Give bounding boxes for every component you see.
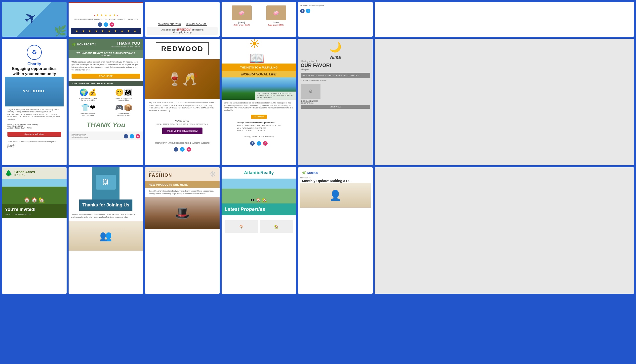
facebook-icon[interactable]: f <box>98 22 102 27</box>
shop-links: Shop [NEW ARRIVALS] Shop [CLEARANCE] <box>158 23 207 26</box>
fashion-decoration: ❋ <box>210 170 216 178</box>
grey-bar: You shop with us for a lot of reasons - … <box>301 73 370 78</box>
fashion-body: Start with a brief introduction about yo… <box>145 188 220 197</box>
insp-includes: Today's inspirational message includes: … <box>235 120 283 134</box>
fashion-logo-main: FASHION <box>149 173 172 178</box>
insp-ig-icon[interactable]: ✿ <box>263 141 268 146</box>
fashion-header: ✦ avant trunk FASHION ❋ <box>145 167 220 181</box>
property-1: 🏠 <box>225 220 258 233</box>
redwood-social: f t ✿ <box>172 145 193 154</box>
instagram-icon[interactable]: ✿ <box>110 22 114 27</box>
realty-subtitle: REALTY <box>15 174 35 176</box>
card-nonprofit: 🌿 NONPROFIT® THANK YOU Thank You Members… <box>69 39 143 165</box>
partial-moon-section: 🌙 Alma <box>301 41 370 60</box>
np-ig-icon[interactable]: ✿ <box>136 134 140 138</box>
hat-image: 🎩 <box>145 197 220 229</box>
insp-fb-icon[interactable]: f <box>250 141 255 146</box>
read-more-button[interactable]: READ MORE <box>72 74 140 79</box>
donation-icon-smiles: 😊👨‍👩‍👧 Loads of smiles fromhappy childre… <box>107 88 140 101</box>
insp-body: Long days and busy schedules can make li… <box>222 100 296 114</box>
sun-book-icon: ☀📖 <box>249 41 269 61</box>
new-products-bar: NEW PRODUCTS ARE HERE <box>145 181 220 188</box>
card-nonprofit-monthly: 🌿 NONPRO March 2015 Monthly Update: Maki… <box>298 167 373 294</box>
nonprofit-footer: Organization Address, City, State, Zip C… <box>69 132 143 140</box>
card-soap-products: 🧼 [ITEM] Sale price: [$15] 🧼 [ITEM] Sale… <box>222 2 296 37</box>
rw-ig-icon[interactable]: ✿ <box>186 147 191 152</box>
product-item-2: 🧼 [ITEM] Sale price: [$15] <box>260 6 293 26</box>
nonprofit-header: 🌿 NONPROFIT® THANK YOU Thank You Members… <box>69 39 143 50</box>
people-image: 👥 <box>69 221 143 250</box>
serving-text: We'll be serving <box>174 118 190 123</box>
np-tw-icon[interactable]: t <box>130 134 134 138</box>
card-newsletter-partial: 🌙 Alma Sharing a few of OUR FAVORI with … <box>298 39 373 165</box>
card-thanks-joining: 🖼 Thanks for Joining Us Start with a bri… <box>69 167 143 294</box>
np-fb-icon[interactable]: f <box>124 134 128 138</box>
moon-icon: 🌙 <box>301 41 370 53</box>
nonprofit-body: What a great event we had last week, and… <box>69 58 143 74</box>
donation-icon-uniforms: 👕❤ New team uniformsand equipment <box>72 104 105 116</box>
twitter-icon[interactable]: t <box>104 22 108 27</box>
insp-tw-icon[interactable]: t <box>257 141 261 146</box>
latest-properties-text: Latest Properties <box>225 206 293 212</box>
monthly-date: March 2015 <box>300 177 371 179</box>
social-partial: f t <box>300 9 371 13</box>
insp-subtitle-bar: INSPIRATIONAL LIFE <box>222 71 296 78</box>
reservation-button[interactable]: Make your reservation now! <box>162 128 203 134</box>
signup-volunteer-button[interactable]: Sign up to volunteer <box>8 132 61 137</box>
card-fashion: ✦ avant trunk FASHION ❋ NEW PRODUCTS ARE… <box>145 167 220 294</box>
rw-fb-icon[interactable]: f <box>174 147 178 152</box>
our-fav-text: OUR FAVORI <box>301 62 370 68</box>
fb-icon-partial[interactable]: f <box>300 9 305 13</box>
nonprofit-social: f t ✿ <box>124 134 140 138</box>
nonprofit2-logo: NONPRO <box>307 172 318 174</box>
shop-now-button[interactable]: SHOP NOW <box>301 105 370 109</box>
image-placeholder-icon: 🖼 <box>96 175 116 190</box>
shop-clearance[interactable]: Shop [CLEARANCE] <box>186 23 207 26</box>
soap-img-1: 🧼 <box>232 6 252 20</box>
partial-text: Or will us to make a special... <box>300 4 371 7</box>
card-overflow-r3 <box>375 167 634 294</box>
thank-you-signature: THANK You <box>69 118 143 132</box>
green-acres-image: 🏠 🏠 🏡 <box>2 179 67 204</box>
house-icon-3: 🏡 <box>39 197 45 203</box>
card-restaurant-partial: Or will us to make a special... f t <box>298 2 373 37</box>
charity-footer: Thank you for all you do to make our com… <box>5 139 64 150</box>
product-item-1: 🧼 [ITEM] Sale price: [$15] <box>225 6 258 26</box>
redwood-event-desc: It's [DATE NIGHT/GIRLS' NIGHT OUT/CUSTOM… <box>145 99 220 114</box>
sharing-text: Sharing a few of <box>301 60 370 62</box>
menu-items: [MENU ITEM 1], [MENU ITEM 2], [MENU ITEM… <box>156 123 208 125</box>
atlantic-content: Latest Properties <box>222 204 296 215</box>
product-2-price: Sale price: [$15] <box>268 24 284 26</box>
soap-img-2: 🧼 <box>266 6 286 20</box>
thanks-title: Thanks for Joining Us <box>82 202 129 208</box>
house-icon-1: 🏠 <box>24 197 30 203</box>
charity-body: So glad to have you as an active member … <box>5 106 64 122</box>
insp-social: f t ✿ <box>248 139 270 148</box>
insp-contact: [NAME] [ORGANIZATION] [ADDRESS] <box>241 134 277 139</box>
house-row: 🏠 🏠 🏡 <box>24 197 45 203</box>
house-icon-2: 🏠 <box>31 197 38 203</box>
redwood-dinner-image: 🍷🥂 <box>145 59 220 99</box>
donation-icons-grid: 🌍💰 A record-breaking yearfor our fundrai… <box>69 86 143 118</box>
here-are-text: Here are a few of our favorites: <box>301 78 370 83</box>
nonprofit-logo: 🌿 NONPROFIT® <box>72 43 96 47</box>
green-acres-logo: Green Acres <box>15 170 35 174</box>
restaurant-name: [RESTAURANT NAME] | [ADDRESS] | [PHONE N… <box>74 18 138 20</box>
redwood-title: REDWOOD <box>156 42 209 55</box>
property-2: 🏡 <box>260 220 293 233</box>
card-redwood: REDWOOD 🍷🥂 It's [DATE NIGHT/GIRLS' NIGHT… <box>145 39 220 165</box>
redwood-header: REDWOOD <box>152 39 213 59</box>
invited-text: You're invited! <box>5 207 64 212</box>
charity-details: Name: [CAUSE/PROJECT/PROGRAM] Date: [JAN… <box>5 122 64 130</box>
rw-tw-icon[interactable]: t <box>180 147 184 152</box>
thanks-header: 🖼 <box>92 167 119 200</box>
np2-leaf-icon: 🌿 <box>302 171 306 175</box>
insp-read-more-button[interactable]: Read More <box>251 115 267 119</box>
card-restaurant-stars: ★ ★★★★★ ★ [RESTAURANT NAME] | [ADDRESS] … <box>69 2 143 37</box>
tw-icon-partial[interactable]: t <box>306 9 310 13</box>
shop-new-arrivals[interactable]: Shop [NEW ARRIVALS] <box>158 23 181 26</box>
product-1-name: [ITEM] <box>238 21 245 24</box>
person-placeholder: 👤 <box>300 183 371 208</box>
atlantic-body <box>222 215 296 219</box>
donation-icon-playing: 🎮📦 An expandedplaying schedule <box>107 104 140 116</box>
